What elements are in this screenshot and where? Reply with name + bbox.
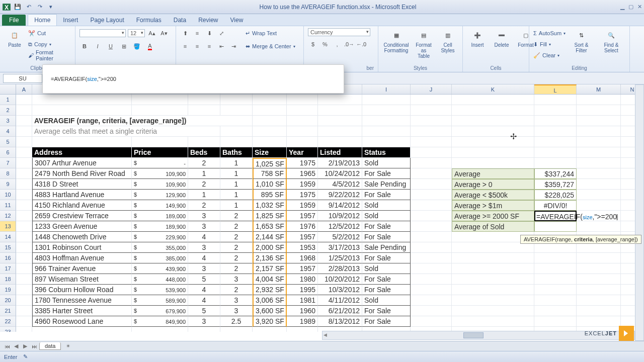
cell[interactable]	[452, 242, 534, 253]
new-sheet-icon[interactable]: ✴	[64, 343, 72, 349]
decrease-decimal-icon[interactable]: ←.0	[356, 39, 366, 49]
cell[interactable]: 2	[220, 253, 253, 263]
delete-cells-button[interactable]: ➖Delete	[491, 28, 512, 49]
cell[interactable]: Status	[362, 147, 411, 158]
row-14[interactable]: 14	[0, 232, 16, 242]
cell[interactable]	[577, 95, 621, 105]
cell[interactable]	[577, 116, 621, 126]
row-7[interactable]: 7	[0, 158, 16, 168]
cell[interactable]	[287, 137, 318, 147]
cell[interactable]: 2/19/2013	[318, 158, 362, 168]
tab-insert[interactable]: Insert	[57, 15, 84, 26]
cell[interactable]	[534, 116, 577, 126]
cell[interactable]: Sale Pending	[362, 179, 411, 190]
cell[interactable]	[16, 221, 32, 232]
tab-formulas[interactable]: Formulas	[130, 15, 168, 26]
cell[interactable]: 1968	[287, 253, 318, 263]
cell[interactable]: 1,010 SF	[253, 179, 287, 190]
cell[interactable]: 2479 North Bend River Road	[32, 168, 132, 179]
row-11[interactable]: 11	[0, 200, 16, 211]
cell[interactable]	[132, 137, 188, 147]
cell[interactable]	[220, 137, 253, 147]
currency-icon[interactable]: $	[308, 39, 318, 49]
cell[interactable]: 4,004 SF	[253, 274, 287, 285]
cell[interactable]	[16, 126, 32, 137]
find-select-button[interactable]: 🔍Find & Select	[597, 28, 625, 54]
cell[interactable]: Sold	[362, 158, 411, 168]
cell[interactable]: 1989	[287, 316, 318, 327]
cell[interactable]: 1995	[287, 285, 318, 295]
cell[interactable]	[16, 168, 32, 179]
cell[interactable]	[16, 327, 32, 332]
tab-nav-next-icon[interactable]: ▶	[21, 343, 29, 349]
cell[interactable]	[411, 95, 452, 105]
cell[interactable]	[16, 263, 32, 274]
cell[interactable]	[411, 295, 452, 306]
col-J[interactable]: J	[411, 84, 452, 94]
tab-nav-prev-icon[interactable]: ◀	[12, 343, 20, 349]
cell[interactable]	[534, 158, 577, 168]
cell[interactable]: 8/13/2012	[318, 316, 362, 327]
cell[interactable]	[16, 295, 32, 306]
cell[interactable]	[411, 105, 452, 116]
fill-color-icon[interactable]: 🪣	[132, 41, 142, 51]
cell[interactable]: 1953	[287, 242, 318, 253]
editing-cell[interactable]: =AVERAGEIF(size,">=200	[534, 211, 577, 221]
cell[interactable]: 2	[220, 232, 253, 242]
cell[interactable]	[577, 105, 621, 116]
cell[interactable]: 758 SF	[253, 168, 287, 179]
cell[interactable]	[362, 126, 411, 137]
cell[interactable]: Sold	[362, 200, 411, 211]
cell[interactable]: For Sale	[362, 253, 411, 263]
cell[interactable]	[362, 137, 411, 147]
cell[interactable]: 2	[220, 221, 253, 232]
cell[interactable]	[577, 316, 621, 327]
cell[interactable]	[452, 147, 534, 158]
row-5[interactable]: 5	[0, 137, 16, 147]
cell[interactable]: 3,600 SF	[253, 306, 287, 316]
cell[interactable]	[411, 126, 452, 137]
cell[interactable]	[411, 179, 452, 190]
undo-icon[interactable]: ↶	[24, 3, 33, 12]
cell[interactable]	[534, 147, 577, 158]
cell[interactable]	[534, 263, 577, 274]
cell[interactable]	[287, 105, 318, 116]
cell[interactable]: 4/11/2012	[318, 295, 362, 306]
cell[interactable]: 3,920 SF	[253, 316, 287, 327]
row-15[interactable]: 15	[0, 242, 16, 253]
bold-icon[interactable]: B	[79, 41, 90, 51]
cell[interactable]: 10/20/2012	[318, 274, 362, 285]
cell[interactable]: 897 Wiseman Street	[32, 274, 132, 285]
worksheet[interactable]: A B C D E F G H I J K L M N 123456789101…	[0, 84, 644, 332]
cell[interactable]: 1959	[287, 200, 318, 211]
cell[interactable]: 3,006 SF	[253, 295, 287, 306]
indent-increase-icon[interactable]: ⇥	[228, 41, 238, 51]
cell[interactable]	[411, 232, 452, 242]
cell[interactable]	[16, 306, 32, 316]
save-icon[interactable]: 💾	[13, 3, 22, 12]
cell[interactable]	[253, 95, 287, 105]
cell[interactable]: 9/22/2012	[318, 190, 362, 200]
row-9[interactable]: 9	[0, 179, 16, 190]
cell[interactable]: 895 SF	[253, 190, 287, 200]
tab-home[interactable]: Home	[28, 14, 57, 26]
cell[interactable]	[16, 179, 32, 190]
border-icon[interactable]: ⊞	[119, 41, 129, 51]
cell[interactable]	[220, 126, 253, 137]
cell[interactable]: For Sale	[362, 285, 411, 295]
cell[interactable]	[132, 105, 188, 116]
cell[interactable]	[132, 95, 188, 105]
cell[interactable]	[253, 137, 287, 147]
cell[interactable]: 1959	[287, 179, 318, 190]
cell[interactable]: Size	[253, 147, 287, 158]
cell[interactable]: 1	[220, 158, 253, 168]
row-8[interactable]: 8	[0, 168, 16, 179]
cell[interactable]	[577, 274, 621, 285]
cell[interactable]	[411, 253, 452, 263]
col-A[interactable]: A	[16, 84, 32, 94]
cell[interactable]: Sale Pending	[362, 242, 411, 253]
paste-button[interactable]: 📋 Paste	[4, 28, 25, 49]
cell[interactable]: Address	[32, 147, 132, 158]
maximize-icon[interactable]: ▢	[628, 4, 633, 10]
cell[interactable]	[362, 95, 411, 105]
